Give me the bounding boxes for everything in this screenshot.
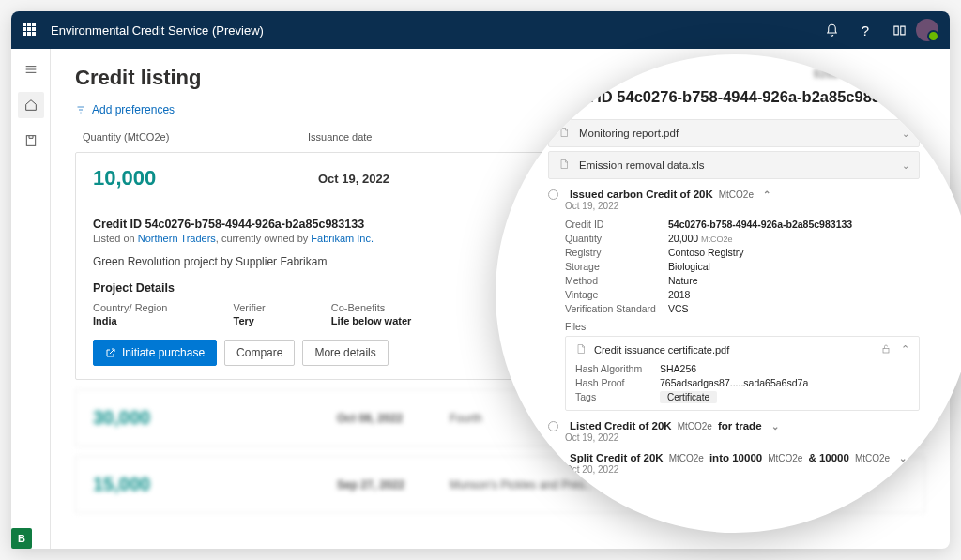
quantity-value: 10,000 <box>93 166 318 190</box>
verifier-value: Tery <box>234 315 266 326</box>
country-value: India <box>93 315 168 326</box>
menu-toggle-icon[interactable] <box>18 56 44 83</box>
chevron-down-icon: ⌄ <box>771 421 779 431</box>
file-name: Emission removal data.xls <box>579 159 705 171</box>
lock-icon <box>880 343 892 356</box>
kv-vintage: 2018 <box>668 289 690 300</box>
kv-storage: Biological <box>668 261 710 272</box>
file-name: Monitoring report.pdf <box>579 128 679 139</box>
event-date: Oct 19, 2022 <box>565 201 920 211</box>
kv-registry: Contoso Registry <box>668 247 744 258</box>
col-quantity: Quantity (MtCO2e) <box>83 131 308 143</box>
kv-verification-std: VCS <box>668 303 689 314</box>
chevron-up-icon: ⌃ <box>901 343 909 356</box>
file-attachment-row[interactable]: Monitoring report.pdf ⌄ <box>548 119 920 147</box>
kv-quantity: 20,000 MtCO2e <box>668 233 733 244</box>
verifier-label: Verifier <box>234 302 266 313</box>
detail-panel: 926a-b2a85c983133 ✕ Credit ID 54c0276-b7… <box>496 54 961 533</box>
hash-algorithm: SHA256 <box>660 363 696 374</box>
cobenefit-label: Co-Benefits <box>331 302 412 313</box>
hash-proof: 765adsadgas87.....sada65a6sd7a <box>660 377 808 388</box>
document-icon <box>575 342 587 357</box>
event-date: Oct 20, 2022 <box>565 464 920 475</box>
app-title: Environmental Credit Service (Preview) <box>51 23 815 38</box>
home-icon[interactable] <box>18 92 44 118</box>
radio-icon <box>548 189 558 200</box>
exchange-link[interactable]: Northern Traders <box>138 233 216 244</box>
col-issuance: Issuance date <box>308 131 439 143</box>
notifications-icon[interactable] <box>815 23 848 38</box>
kv-method: Nature <box>668 275 698 286</box>
initiate-purchase-button[interactable]: Initiate purchase <box>93 340 217 366</box>
issuance-date: Oct 19, 2022 <box>318 172 389 186</box>
help-icon[interactable]: ? <box>848 23 882 38</box>
corner-badge[interactable]: B <box>11 528 32 549</box>
timeline-event-listed: Listed Credit of 20K MtCO2e for trade ⌄ … <box>548 420 920 443</box>
kv-credit-id: 54c0276-b758-4944-926a-b2a85c983133 <box>668 219 852 230</box>
user-avatar[interactable] <box>916 19 938 41</box>
app-launcher-icon[interactable] <box>23 23 38 38</box>
cobenefit-value: Life below water <box>331 315 412 326</box>
event-header[interactable]: Listed Credit of 20K MtCO2e for trade ⌄ <box>548 420 920 431</box>
chevron-up-icon: ⌃ <box>763 189 770 200</box>
owner-link[interactable]: Fabrikam Inc. <box>311 233 374 244</box>
timeline-event-split: Split Credit of 20K MtCO2e into 10000 Mt… <box>548 452 920 475</box>
topbar: Environmental Credit Service (Preview) ? <box>11 11 950 49</box>
files-label: Files <box>565 321 920 332</box>
chevron-down-icon: ⌄ <box>902 160 909 171</box>
left-nav-rail <box>11 49 51 549</box>
svg-rect-1 <box>883 349 889 354</box>
inventory-icon[interactable] <box>18 128 44 154</box>
country-label: Country/ Region <box>93 302 168 313</box>
timeline-event-issued: Issued carbon Credit of 20K MtCO2e ⌃ Oct… <box>548 189 920 411</box>
event-header[interactable]: Split Credit of 20K MtCO2e into 10000 Mt… <box>548 452 920 463</box>
event-date: Oct 19, 2022 <box>565 432 920 443</box>
reader-icon[interactable] <box>882 23 916 38</box>
certificate-file[interactable]: Credit issuance certificate.pdf ⌃ Hash A… <box>565 336 920 411</box>
cert-file-name: Credit issuance certificate.pdf <box>594 344 729 356</box>
chevron-down-icon: ⌄ <box>902 129 909 139</box>
event-header[interactable]: Issued carbon Credit of 20K MtCO2e ⌃ <box>548 189 920 200</box>
document-icon <box>558 158 570 173</box>
more-details-button[interactable]: More details <box>302 340 388 366</box>
radio-icon <box>548 421 558 431</box>
compare-button[interactable]: Compare <box>224 340 295 366</box>
file-attachment-row[interactable]: Emission removal data.xls ⌄ <box>548 151 920 179</box>
svg-rect-0 <box>26 136 35 146</box>
filter-icon <box>75 104 86 115</box>
tags: Certificate <box>660 391 717 403</box>
